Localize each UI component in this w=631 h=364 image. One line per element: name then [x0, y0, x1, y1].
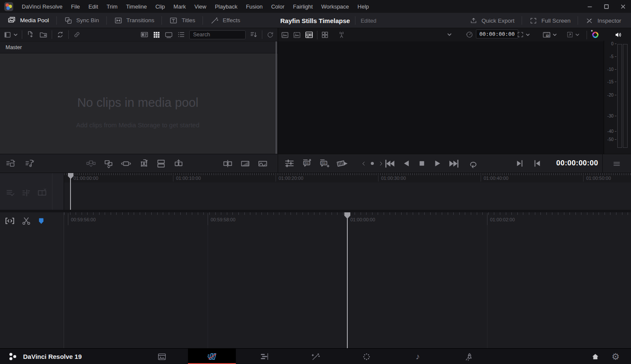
effects-button[interactable]: Effects: [203, 13, 247, 28]
inspector-button[interactable]: Inspector: [578, 13, 628, 28]
fairlight-page-button[interactable]: ♪: [410, 349, 426, 364]
menu-edit[interactable]: Edit: [88, 3, 98, 10]
tools-icon[interactable]: [284, 158, 295, 169]
fast-review-icon[interactable]: [336, 157, 349, 170]
menu-trim[interactable]: Trim: [107, 3, 118, 10]
minimize-icon[interactable]: [587, 4, 593, 9]
poi-detect-icon[interactable]: POI: [301, 158, 313, 169]
cut-page-button[interactable]: [188, 349, 236, 364]
fusion-page-button[interactable]: [308, 349, 323, 364]
trim-tool-icon[interactable]: [4, 215, 15, 226]
source-tape-icon[interactable]: [293, 31, 301, 39]
sync-bin-icon: [64, 16, 73, 25]
media-pool-button[interactable]: Media Pool: [0, 13, 56, 28]
menu-mark[interactable]: Mark: [173, 3, 186, 10]
lower-playhead-handle[interactable]: [344, 212, 350, 219]
unlink-icon[interactable]: [73, 30, 81, 39]
timeline-options-icon[interactable]: [5, 188, 16, 198]
quick-export-button[interactable]: Quick Export: [462, 13, 522, 28]
overwrite-clip-icon[interactable]: [103, 158, 114, 169]
close-up-icon[interactable]: [173, 158, 184, 169]
color-page-button[interactable]: [359, 349, 374, 364]
full-timeline[interactable]: 01:00:00:00 01:00:10:00 01:00:20:00 01:0…: [0, 173, 631, 212]
transition-curve-icon[interactable]: [257, 158, 268, 169]
transport-timecode[interactable]: 00:00:00:00: [556, 159, 598, 167]
record-dot-icon[interactable]: [369, 160, 376, 167]
deliver-page-button[interactable]: [461, 349, 476, 364]
media-page-button[interactable]: [154, 349, 170, 364]
loop-icon[interactable]: [468, 158, 479, 169]
detail-timeline[interactable]: 00:59:56:00 00:59:58:00 01:00:00:00 01:0…: [0, 212, 631, 348]
import-folder-icon[interactable]: [39, 30, 48, 39]
menu-clip[interactable]: Clip: [156, 3, 165, 10]
place-on-top-icon[interactable]: [138, 158, 149, 169]
resize-button[interactable]: [566, 31, 580, 38]
menu-help[interactable]: Help: [358, 3, 369, 10]
timeline-menu-icon[interactable]: [612, 159, 622, 169]
viewer-timecode[interactable]: 00:00:00:00: [476, 29, 518, 38]
stop-icon[interactable]: [417, 159, 426, 168]
settings-button[interactable]: ⚙: [608, 349, 623, 364]
marker-icon[interactable]: [37, 217, 45, 225]
play-to-prev-edit-icon[interactable]: [532, 159, 542, 168]
dissolve-transition-icon[interactable]: [222, 158, 233, 169]
menu-view[interactable]: View: [194, 3, 206, 10]
view-grid-icon[interactable]: [153, 31, 161, 39]
sort-icon[interactable]: [249, 30, 258, 39]
titles-button[interactable]: Titles: [162, 13, 203, 28]
menu-playback[interactable]: Playback: [215, 3, 238, 10]
go-to-end-icon[interactable]: [448, 158, 460, 170]
close-icon[interactable]: [620, 4, 626, 9]
jog-clock-icon[interactable]: [465, 30, 474, 39]
append-audio-icon[interactable]: [24, 158, 35, 169]
track-controls-icon[interactable]: [21, 188, 32, 198]
relink-icon[interactable]: [56, 30, 65, 39]
play-icon[interactable]: [432, 159, 442, 168]
timeline-view-icon[interactable]: [305, 30, 314, 39]
view-filmstrip-icon[interactable]: [164, 30, 173, 39]
jog-back-icon[interactable]: [360, 160, 367, 167]
menu-timeline[interactable]: Timeline: [126, 3, 147, 10]
sync-bin-button[interactable]: Sync Bin: [57, 13, 106, 28]
lower-playhead[interactable]: [347, 212, 348, 348]
razor-icon[interactable]: [21, 216, 32, 226]
transitions-button[interactable]: Transitions: [107, 13, 162, 28]
filmstrip-view-icon[interactable]: [37, 188, 47, 198]
resize-icon: [566, 31, 574, 38]
safe-area-button[interactable]: [517, 31, 530, 38]
menu-davinci-resolve[interactable]: DaVinci Resolve: [22, 3, 62, 10]
append-clip-icon[interactable]: [5, 158, 16, 169]
live-broadcast-icon[interactable]: [338, 31, 346, 39]
search-input[interactable]: [189, 30, 246, 39]
poi-add-icon[interactable]: POI: [319, 158, 330, 169]
menu-color[interactable]: Color: [271, 3, 285, 10]
ripple-overwrite-icon[interactable]: [120, 158, 132, 169]
bin-header[interactable]: Master: [0, 41, 278, 53]
play-to-next-edit-icon[interactable]: [515, 159, 525, 168]
edit-page-button[interactable]: [257, 349, 272, 364]
smooth-cut-icon[interactable]: [240, 158, 251, 169]
home-button[interactable]: [587, 349, 603, 364]
multiview-icon[interactable]: [321, 31, 329, 39]
insert-clip-icon[interactable]: [85, 158, 97, 169]
hq-icon: HQ: [542, 30, 551, 39]
menu-file[interactable]: File: [71, 3, 80, 10]
bin-list-button[interactable]: [3, 31, 18, 39]
maximize-icon[interactable]: [604, 4, 609, 9]
menu-fusion[interactable]: Fusion: [246, 3, 263, 10]
speaker-icon[interactable]: [614, 30, 623, 39]
menu-workspace[interactable]: Workspace: [321, 3, 349, 10]
playback-quality-button[interactable]: HQ: [542, 30, 557, 39]
viewer-options-chevron-icon[interactable]: [447, 32, 452, 37]
import-media-icon[interactable]: [26, 30, 35, 39]
full-screen-button[interactable]: Full Screen: [522, 13, 578, 28]
refresh-icon[interactable]: [266, 31, 274, 39]
panel-splitter[interactable]: [276, 41, 277, 154]
menu-fairlight[interactable]: Fairlight: [293, 3, 313, 10]
step-back-icon[interactable]: [402, 159, 411, 168]
append-at-end-icon[interactable]: [156, 158, 167, 169]
source-clip-icon[interactable]: [281, 31, 289, 39]
view-card-icon[interactable]: [140, 30, 149, 39]
go-to-start-icon[interactable]: [384, 158, 396, 170]
view-list-icon[interactable]: [177, 30, 185, 39]
